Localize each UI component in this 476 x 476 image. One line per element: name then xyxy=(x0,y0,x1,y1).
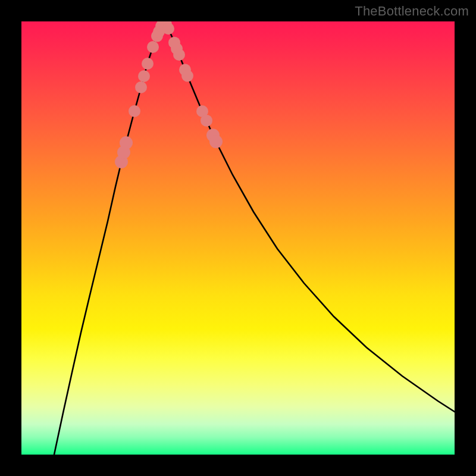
marker-dot xyxy=(138,70,150,82)
curves-svg xyxy=(21,21,455,455)
marker-dot xyxy=(129,105,140,117)
marker-dot xyxy=(162,23,174,35)
left-curve xyxy=(54,21,164,455)
marker-dot xyxy=(135,82,147,93)
marker-dot xyxy=(209,135,223,148)
plot-area xyxy=(21,21,455,455)
marker-dot xyxy=(147,41,159,53)
marker-dot xyxy=(120,136,133,149)
marker-dot xyxy=(201,115,212,127)
marker-dot xyxy=(181,70,193,82)
right-curve xyxy=(164,21,455,412)
marker-dot xyxy=(142,58,154,70)
marker-dot xyxy=(173,49,185,61)
chart-frame: TheBottleneck.com xyxy=(0,0,476,476)
watermark-text: TheBottleneck.com xyxy=(355,4,469,19)
